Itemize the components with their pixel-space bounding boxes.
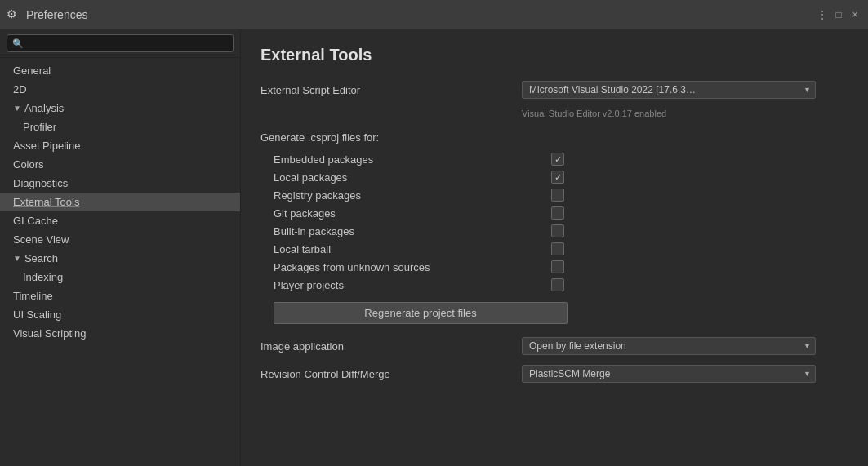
checkbox-label-player-projects: Player projects bbox=[274, 279, 551, 291]
maximize-btn[interactable]: □ bbox=[832, 8, 845, 21]
close-btn[interactable]: × bbox=[848, 8, 861, 21]
checkbox-row-local-tarball: Local tarball bbox=[260, 240, 848, 258]
checkbox-local-tarball[interactable] bbox=[551, 242, 564, 255]
nav-label: Profiler bbox=[23, 121, 56, 133]
checkbox-row-git: Git packages bbox=[260, 204, 848, 222]
regenerate-button[interactable]: Regenerate project files bbox=[274, 302, 568, 324]
image-app-dropdown[interactable]: Open by file extension bbox=[522, 337, 816, 355]
sidebar-item-profiler[interactable]: Profiler bbox=[0, 118, 240, 136]
revision-label: Revision Control Diff/Merge bbox=[260, 368, 522, 380]
script-editor-label: External Script Editor bbox=[260, 84, 522, 96]
sidebar-nav: General2D▼AnalysisProfilerAsset Pipeline… bbox=[0, 58, 240, 466]
script-editor-dropdown-wrap[interactable]: Microsoft Visual Studio 2022 [17.6.3… bbox=[522, 81, 816, 99]
revision-dropdown[interactable]: PlasticSCM Merge bbox=[522, 365, 816, 383]
sidebar-item-indexing[interactable]: Indexing bbox=[0, 268, 240, 286]
checkbox-label-registry: Registry packages bbox=[274, 189, 551, 202]
checkbox-label-local: Local packages bbox=[274, 171, 551, 184]
sidebar-item-search[interactable]: ▼Search bbox=[0, 249, 240, 268]
nav-label: Visual Scripting bbox=[13, 327, 86, 340]
nav-label: Search bbox=[24, 252, 58, 264]
title-bar: ⚙ Preferences ⋮ □ × bbox=[0, 0, 868, 29]
checkbox-row-player-projects: Player projects bbox=[260, 276, 848, 294]
checkbox-git[interactable] bbox=[551, 206, 564, 220]
sidebar-item-external-tools[interactable]: External Tools bbox=[0, 193, 240, 211]
sidebar-item-timeline[interactable]: Timeline bbox=[0, 286, 240, 305]
checkbox-player-projects[interactable] bbox=[551, 278, 564, 291]
script-editor-hint: Visual Studio Editor v2.0.17 enabled bbox=[522, 109, 848, 118]
checkbox-row-builtin: Built-in packages bbox=[260, 222, 848, 240]
menu-btn[interactable]: ⋮ bbox=[816, 8, 829, 21]
search-icon: 🔍 bbox=[12, 38, 24, 49]
checkbox-label-builtin: Built-in packages bbox=[274, 225, 551, 237]
nav-label: Timeline bbox=[13, 290, 53, 302]
content-area: External Tools External Script Editor Mi… bbox=[241, 29, 868, 466]
checkbox-label-local-tarball: Local tarball bbox=[274, 243, 551, 255]
search-input[interactable] bbox=[27, 38, 228, 49]
nav-label: GI Cache bbox=[13, 215, 58, 227]
preferences-icon: ⚙ bbox=[7, 7, 21, 22]
nav-label: Indexing bbox=[23, 271, 63, 283]
sidebar-item-2d[interactable]: 2D bbox=[0, 80, 240, 99]
checkbox-row-local: Local packages bbox=[260, 168, 848, 186]
nav-label: Scene View bbox=[13, 233, 69, 246]
checkbox-label-unknown-sources: Packages from unknown sources bbox=[274, 261, 551, 273]
nav-label: Asset Pipeline bbox=[13, 140, 80, 152]
image-app-label: Image application bbox=[260, 340, 522, 353]
checkbox-unknown-sources[interactable] bbox=[551, 260, 564, 273]
checkbox-row-registry: Registry packages bbox=[260, 186, 848, 204]
expand-arrow-icon: ▼ bbox=[13, 104, 21, 113]
generate-label: Generate .csproj files for: bbox=[260, 131, 848, 144]
checkbox-local[interactable] bbox=[551, 171, 564, 184]
script-editor-row: External Script Editor Microsoft Visual … bbox=[260, 81, 848, 99]
image-app-row: Image application Open by file extension bbox=[260, 337, 848, 355]
sidebar-item-visual-scripting[interactable]: Visual Scripting bbox=[0, 324, 240, 343]
checkbox-embedded[interactable] bbox=[551, 153, 564, 166]
generate-section: Generate .csproj files for: Embedded pac… bbox=[260, 131, 848, 324]
sidebar-item-gi-cache[interactable]: GI Cache bbox=[0, 211, 240, 230]
checkbox-label-embedded: Embedded packages bbox=[274, 153, 551, 166]
checkbox-row-unknown-sources: Packages from unknown sources bbox=[260, 258, 848, 276]
nav-label: Colors bbox=[13, 158, 44, 171]
image-app-dropdown-wrap[interactable]: Open by file extension bbox=[522, 337, 816, 355]
sidebar-item-asset-pipeline[interactable]: Asset Pipeline bbox=[0, 136, 240, 155]
sidebar: 🔍 General2D▼AnalysisProfilerAsset Pipeli… bbox=[0, 29, 241, 466]
page-title: External Tools bbox=[260, 46, 848, 64]
revision-dropdown-wrap[interactable]: PlasticSCM Merge bbox=[522, 365, 816, 383]
checkbox-label-git: Git packages bbox=[274, 207, 551, 220]
window-title: Preferences bbox=[26, 8, 816, 21]
script-editor-control: Microsoft Visual Studio 2022 [17.6.3… bbox=[522, 81, 848, 99]
sidebar-search-area: 🔍 bbox=[0, 29, 240, 58]
expand-arrow-icon: ▼ bbox=[13, 254, 21, 263]
checkbox-registry[interactable] bbox=[551, 189, 564, 202]
checkbox-row-embedded: Embedded packages bbox=[260, 150, 848, 168]
sidebar-item-analysis[interactable]: ▼Analysis bbox=[0, 99, 240, 118]
nav-label: UI Scaling bbox=[13, 308, 61, 321]
revision-row: Revision Control Diff/Merge PlasticSCM M… bbox=[260, 365, 848, 383]
sidebar-item-general[interactable]: General bbox=[0, 61, 240, 80]
nav-label: 2D bbox=[13, 83, 27, 95]
nav-label: General bbox=[13, 64, 51, 77]
sidebar-item-scene-view[interactable]: Scene View bbox=[0, 230, 240, 249]
window-controls: ⋮ □ × bbox=[816, 8, 861, 21]
nav-label: Diagnostics bbox=[13, 177, 68, 189]
sidebar-item-colors[interactable]: Colors bbox=[0, 155, 240, 174]
nav-label: External Tools bbox=[13, 196, 79, 208]
image-app-control: Open by file extension bbox=[522, 337, 848, 355]
nav-label: Analysis bbox=[24, 102, 64, 114]
sidebar-item-ui-scaling[interactable]: UI Scaling bbox=[0, 305, 240, 324]
checkbox-builtin[interactable] bbox=[551, 224, 564, 237]
script-editor-dropdown[interactable]: Microsoft Visual Studio 2022 [17.6.3… bbox=[522, 81, 816, 99]
checkboxes-list: Embedded packagesLocal packagesRegistry … bbox=[260, 150, 848, 294]
sidebar-item-diagnostics[interactable]: Diagnostics bbox=[0, 174, 240, 193]
main-layout: 🔍 General2D▼AnalysisProfilerAsset Pipeli… bbox=[0, 29, 868, 466]
search-input-wrap[interactable]: 🔍 bbox=[7, 34, 234, 52]
revision-control: PlasticSCM Merge bbox=[522, 365, 848, 383]
